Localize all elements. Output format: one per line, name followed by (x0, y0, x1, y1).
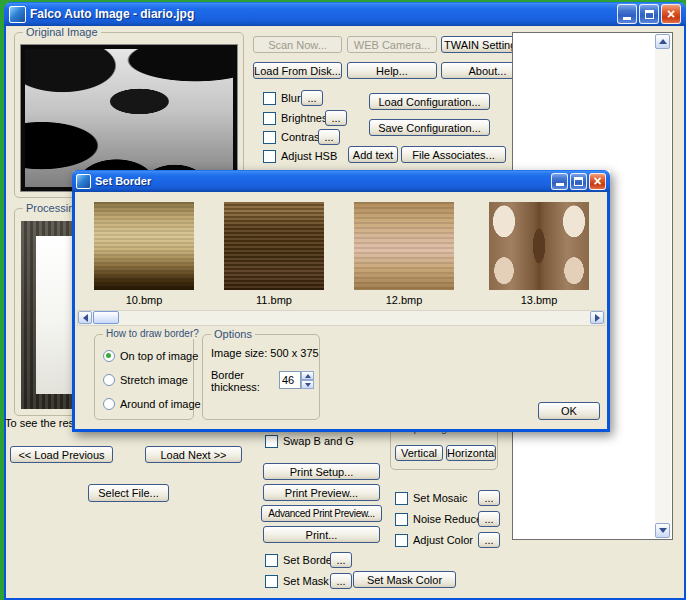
noise-reduce-checkbox-box (395, 513, 408, 526)
contrast-checkbox-label: Contrast (281, 131, 323, 143)
radio-around-of-image[interactable]: Around of image (103, 397, 201, 410)
close-button[interactable]: × (661, 4, 681, 24)
contrast-options-button[interactable]: ... (318, 129, 340, 145)
swap-b-and-g-checkbox-label: Swap B and G (283, 435, 354, 447)
dialog-minimize-button[interactable] (551, 173, 568, 190)
set-border-dialog: Set Border × 10.bmp 11.bmp 12.bmp 13.bmp (72, 170, 610, 432)
options-group-label: Options (211, 328, 255, 340)
scrollbar-thumb[interactable] (93, 311, 119, 324)
thumbnail-label: 12.bmp (354, 294, 454, 306)
dialog-title: Set Border (95, 175, 549, 187)
flip-horizontal-button[interactable]: Horizontal (446, 445, 496, 461)
preview-scrollbar[interactable] (655, 34, 671, 538)
set-mask-checkbox[interactable]: Set Mask (265, 574, 329, 588)
blur-checkbox[interactable]: Blur (263, 91, 301, 105)
set-mask-checkbox-box (265, 575, 278, 588)
border-thumbnail-11[interactable] (224, 202, 324, 290)
dialog-titlebar[interactable]: Set Border × (72, 170, 610, 192)
file-associates-button[interactable]: File Associates... (401, 146, 506, 163)
arrow-down-icon (659, 528, 667, 537)
save-configuration-button[interactable]: Save Configuration... (369, 119, 490, 136)
select-file-button[interactable]: Select File... (88, 484, 169, 502)
radio-around-label: Around of image (120, 398, 201, 410)
arrow-up-icon (659, 35, 667, 44)
adjust-hsb-checkbox[interactable]: Adjust HSB (263, 149, 337, 163)
adjust-hsb-checkbox-label: Adjust HSB (281, 150, 337, 162)
dialog-titlebar-buttons: × (549, 173, 606, 190)
adjust-color-options-button[interactable]: ... (478, 532, 500, 548)
print-preview-button[interactable]: Print Preview... (263, 484, 380, 501)
thumbnail-scrollbar[interactable] (77, 310, 605, 326)
thumbnail-label: 11.bmp (224, 294, 324, 306)
how-to-draw-border-group: How to draw border? On top of image Stre… (94, 334, 194, 420)
maximize-icon (574, 177, 583, 186)
main-titlebar[interactable]: Falco Auto Image - diario.jpg × (4, 2, 686, 26)
adjust-color-checkbox-label: Adjust Color (413, 534, 473, 546)
contrast-checkbox-box (263, 131, 276, 144)
set-mosaic-checkbox-box (395, 492, 408, 505)
load-previous-button[interactable]: << Load Previous (10, 446, 113, 463)
ok-button[interactable]: OK (538, 402, 600, 420)
noise-reduce-checkbox[interactable]: Noise Reduce (395, 512, 482, 526)
arrow-right-icon (595, 314, 604, 322)
set-border-options-button[interactable]: ... (330, 552, 352, 568)
minimize-icon (556, 183, 564, 186)
load-configuration-button[interactable]: Load Configuration... (369, 93, 490, 110)
radio-stretch-image[interactable]: Stretch image (103, 373, 188, 386)
adjust-hsb-checkbox-box (263, 150, 276, 163)
scroll-left-button[interactable] (78, 311, 92, 324)
adjust-color-checkbox-box (395, 534, 408, 547)
web-camera-button[interactable]: WEB Camera... (347, 36, 437, 53)
advanced-print-preview-button[interactable]: Advanced Print Preview... (261, 505, 382, 522)
scroll-down-button[interactable] (655, 523, 670, 538)
border-thumbnail-10[interactable] (94, 202, 194, 290)
border-thumbnail-13[interactable] (489, 202, 589, 290)
set-mask-options-button[interactable]: ... (330, 573, 352, 589)
noise-reduce-options-button[interactable]: ... (478, 511, 500, 527)
set-border-checkbox[interactable]: Set Border (265, 553, 336, 567)
spin-down-button[interactable] (301, 380, 314, 389)
border-thickness-input[interactable] (279, 371, 301, 389)
dialog-close-button[interactable]: × (589, 173, 606, 190)
print-setup-button[interactable]: Print Setup... (263, 463, 380, 480)
blur-checkbox-box (263, 92, 276, 105)
window-title: Falco Auto Image - diario.jpg (30, 7, 615, 21)
titlebar-buttons: × (615, 4, 681, 24)
image-size-text: Image size: 500 x 375 (211, 347, 319, 359)
help-button[interactable]: Help... (347, 62, 437, 79)
adjust-color-checkbox[interactable]: Adjust Color (395, 533, 473, 547)
brightness-options-button[interactable]: ... (325, 110, 347, 126)
arrow-up-icon (305, 371, 311, 378)
border-thumbnail-12[interactable] (354, 202, 454, 290)
set-mosaic-checkbox-label: Set Mosaic (413, 492, 467, 504)
set-mosaic-checkbox[interactable]: Set Mosaic (395, 491, 467, 505)
scroll-right-button[interactable] (590, 311, 604, 324)
load-from-disk-button[interactable]: Load From Disk... (253, 62, 342, 79)
how-to-draw-border-group-label: How to draw border? (103, 328, 202, 339)
flip-vertical-button[interactable]: Vertical (395, 445, 443, 461)
noise-reduce-checkbox-label: Noise Reduce (413, 513, 482, 525)
minimize-button[interactable] (617, 4, 637, 24)
swap-b-and-g-checkbox[interactable]: Swap B and G (265, 434, 354, 448)
radio-stretch-label: Stretch image (120, 374, 188, 386)
dialog-maximize-button[interactable] (570, 173, 587, 190)
radio-on-top-of-image[interactable]: On top of image (103, 349, 198, 362)
maximize-button[interactable] (639, 4, 659, 24)
blur-options-button[interactable]: ... (301, 90, 323, 106)
load-next-button[interactable]: Load Next >> (145, 446, 242, 463)
brightness-checkbox[interactable]: Brightness (263, 111, 333, 125)
set-mask-color-button[interactable]: Set Mask Color (353, 571, 456, 588)
scroll-up-button[interactable] (655, 34, 670, 49)
set-mosaic-options-button[interactable]: ... (478, 490, 500, 506)
app-icon (9, 6, 26, 23)
radio-icon (103, 398, 115, 410)
contrast-checkbox[interactable]: Contrast (263, 130, 323, 144)
print-button[interactable]: Print... (263, 526, 380, 543)
set-border-checkbox-label: Set Border (283, 554, 336, 566)
thumbnail-label: 13.bmp (489, 294, 589, 306)
scan-now-button[interactable]: Scan Now... (253, 36, 342, 53)
add-text-button[interactable]: Add text (348, 146, 398, 163)
arrow-down-icon (305, 383, 311, 390)
brightness-checkbox-box (263, 112, 276, 125)
spin-up-button[interactable] (301, 371, 314, 380)
